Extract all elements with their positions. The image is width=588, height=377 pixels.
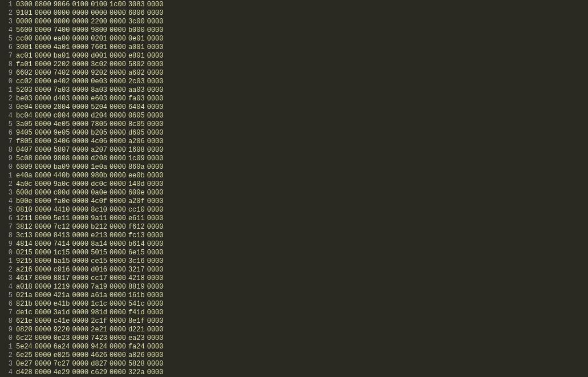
hex-group: 600e <box>128 189 145 197</box>
hex-group: f612 <box>128 223 145 231</box>
hex-group: 0e27 <box>16 360 33 368</box>
hex-group: 0000 <box>72 223 88 231</box>
line-number: 8 <box>0 232 13 240</box>
hex-group: 0000 <box>35 146 51 154</box>
hex-group: 0000 <box>54 18 70 26</box>
hex-group: 0000 <box>110 129 126 137</box>
hex-group: 0000 <box>110 197 126 205</box>
hex-group: 0000 <box>35 326 51 334</box>
hex-group: 0000 <box>72 326 88 334</box>
hex-group: cc10 <box>128 206 145 214</box>
line-number: 4 <box>0 112 13 120</box>
hex-group: 2c03 <box>128 78 145 86</box>
hex-group: 0000 <box>147 274 164 282</box>
hex-group: 0000 <box>72 197 88 205</box>
hex-group: 0201 <box>91 35 107 43</box>
hex-group: 4e05 <box>54 120 70 128</box>
line-number: 0 <box>0 163 13 172</box>
hex-group: 0000 <box>110 334 126 342</box>
hex-group: 0000 <box>110 206 126 214</box>
hex-group: 0000 <box>72 300 88 308</box>
line-number: 1 <box>0 343 13 351</box>
hex-group: 5600 <box>16 26 33 34</box>
line-number: 3 <box>0 103 13 112</box>
hex-group: 3c00 <box>128 18 145 26</box>
hex-group: 2804 <box>54 103 70 111</box>
hex-group: 0000 <box>72 232 88 240</box>
hex-group: e603 <box>91 95 107 103</box>
hex-group: 0000 <box>35 351 51 359</box>
hex-group: 0000 <box>54 9 70 17</box>
hex-line: 91010000000000000000000060060000 <box>16 9 588 18</box>
hex-group: 0000 <box>72 52 88 60</box>
hex-group: 0000 <box>16 18 33 26</box>
hex-group: 3a1d <box>54 309 70 317</box>
hex-line: 3c13000084130000e2130000fc130000 <box>16 232 588 240</box>
hex-group: 1c15 <box>54 249 70 257</box>
hex-line: fa010000220200003c02000058020000 <box>16 60 588 69</box>
hex-line: 560000007400000098000000b0000000 <box>16 26 588 35</box>
hex-line: 92150000ba150000ce1500003c160000 <box>16 257 588 266</box>
hex-group: 0000 <box>110 112 126 120</box>
hex-group: 6404 <box>128 103 145 111</box>
hex-group: 0000 <box>72 240 88 248</box>
line-number: 5 <box>0 120 13 129</box>
hex-group: 0000 <box>110 35 126 43</box>
hex-group: 0000 <box>147 26 164 34</box>
hex-group: d827 <box>91 360 107 368</box>
line-number: 6 <box>0 129 13 137</box>
hex-line: d42800004e290000c6290000322a0000 <box>16 368 588 377</box>
line-number: 4 <box>0 368 13 377</box>
hex-group: 0000 <box>110 69 126 77</box>
hex-group: 980b <box>91 172 107 180</box>
hex-group: a207 <box>91 146 107 154</box>
hex-group: 9e05 <box>54 129 70 137</box>
hex-group: 0000 <box>72 78 88 86</box>
hex-group: 0000 <box>72 309 88 317</box>
hex-line: 3a0500004e050000780500008c050000 <box>16 120 588 129</box>
hex-group: 0000 <box>35 368 51 376</box>
hex-content-area[interactable]: 030008009066010001001c003083000091010000… <box>16 0 588 377</box>
hex-group: 0000 <box>35 360 51 368</box>
hex-group: 0000 <box>72 137 88 145</box>
hex-group: 0000 <box>72 206 88 214</box>
hex-group: 8e1f <box>128 317 145 325</box>
hex-group: 821b <box>16 300 33 308</box>
hex-group: 3c02 <box>91 60 107 68</box>
line-number: 7 <box>0 309 13 317</box>
hex-group: 140d <box>128 180 145 188</box>
hex-line: 5e2400006a24000094240000fa240000 <box>16 343 588 351</box>
hex-group: 0e03 <box>91 78 107 86</box>
hex-group: 0000 <box>35 26 51 34</box>
hex-group: 0000 <box>147 103 164 111</box>
hex-group: 0000 <box>147 52 164 60</box>
hex-group: 0000 <box>35 214 51 222</box>
hex-line: cc000000ea000000020100000e010000 <box>16 35 588 43</box>
hex-group: 8817 <box>54 274 70 282</box>
hex-group: 0000 <box>35 240 51 248</box>
hex-group: 9220 <box>54 326 70 334</box>
hex-line: 0e2700007c270000d827000058280000 <box>16 360 588 368</box>
hex-group: d221 <box>128 326 145 334</box>
hex-group: 6006 <box>128 9 145 17</box>
hex-group: 0000 <box>110 43 126 51</box>
hex-group: 0000 <box>72 317 88 325</box>
hex-group: a206 <box>128 137 145 145</box>
hex-group: 621e <box>16 317 33 325</box>
hex-group: 0000 <box>110 103 126 111</box>
hex-group: 7414 <box>54 240 70 248</box>
hex-group: 0300 <box>16 1 33 9</box>
line-number: 8 <box>0 146 13 155</box>
hex-group: 0000 <box>147 240 164 248</box>
hex-group: 5807 <box>54 146 70 154</box>
hex-group: fa01 <box>16 60 33 68</box>
hex-group: 0000 <box>35 309 51 317</box>
hex-group: 7402 <box>54 69 70 77</box>
hex-group: 0000 <box>147 137 164 145</box>
hex-group: 3812 <box>16 223 33 231</box>
hex-group: e41b <box>54 300 70 308</box>
hex-group: bc04 <box>16 112 33 120</box>
hex-group: 0000 <box>72 343 88 351</box>
hex-line: 4617000088170000cc17000042180000 <box>16 274 588 283</box>
hex-group: 0000 <box>147 257 164 265</box>
